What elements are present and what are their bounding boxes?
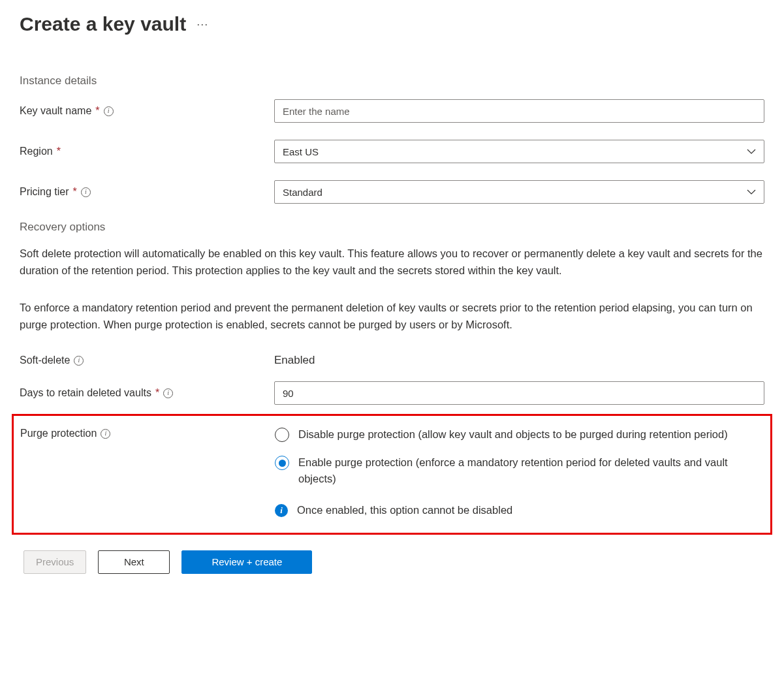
info-icon[interactable]: i [81,187,91,197]
purge-protection-radio-group: Disable purge protection (allow key vaul… [275,426,764,516]
recovery-description-1: Soft delete protection will automaticall… [20,245,764,279]
radio-unchecked-icon [275,428,289,442]
region-select[interactable]: East US [274,140,764,163]
purge-disable-label: Disable purge protection (allow key vaul… [298,426,728,443]
chevron-down-icon [747,147,756,156]
purge-disable-radio[interactable]: Disable purge protection (allow key vaul… [275,426,764,443]
info-icon[interactable]: i [104,106,114,116]
pricing-tier-select[interactable]: Standard [274,180,764,204]
more-actions-button[interactable]: ··· [196,18,208,30]
info-icon[interactable]: i [101,429,110,439]
radio-checked-icon [275,456,289,470]
info-badge-icon: i [275,504,288,517]
purge-note-text: Once enabled, this option cannot be disa… [297,504,512,516]
retain-days-label: Days to retain deleted vaults * i [20,387,274,399]
info-icon[interactable]: i [74,356,84,366]
recovery-options-heading: Recovery options [20,221,764,234]
key-vault-name-label: Key vault name * i [20,105,274,117]
pricing-tier-label: Pricing tier * i [20,186,274,198]
recovery-description-2: To enforce a mandatory retention period … [20,300,764,333]
wizard-button-bar: Previous Next Review + create [20,550,764,574]
key-vault-name-input[interactable] [274,99,764,123]
instance-details-heading: Instance details [20,74,764,87]
region-label: Region * [20,146,274,157]
chevron-down-icon [747,187,756,197]
soft-delete-value: Enabled [274,354,315,366]
next-button[interactable]: Next [98,550,170,574]
soft-delete-label: Soft-delete i [20,355,274,366]
purge-enable-label: Enable purge protection (enforce a manda… [298,454,764,487]
pricing-tier-value: Standard [283,187,322,198]
purge-enable-radio[interactable]: Enable purge protection (enforce a manda… [275,454,764,487]
info-icon[interactable]: i [163,388,173,398]
page-title: Create a key vault [20,13,186,35]
instance-details-section: Instance details Key vault name * i Regi… [20,74,764,204]
retain-days-input[interactable] [274,381,764,405]
title-bar: Create a key vault ··· [20,13,764,35]
purge-protection-highlight: Purge protection i Disable purge protect… [12,414,772,534]
purge-info-note: i Once enabled, this option cannot be di… [275,504,764,517]
previous-button[interactable]: Previous [24,550,86,574]
region-value: East US [283,146,319,157]
recovery-options-section: Recovery options Soft delete protection … [20,221,764,574]
review-create-button[interactable]: Review + create [181,550,312,574]
purge-protection-label: Purge protection i [20,428,275,439]
